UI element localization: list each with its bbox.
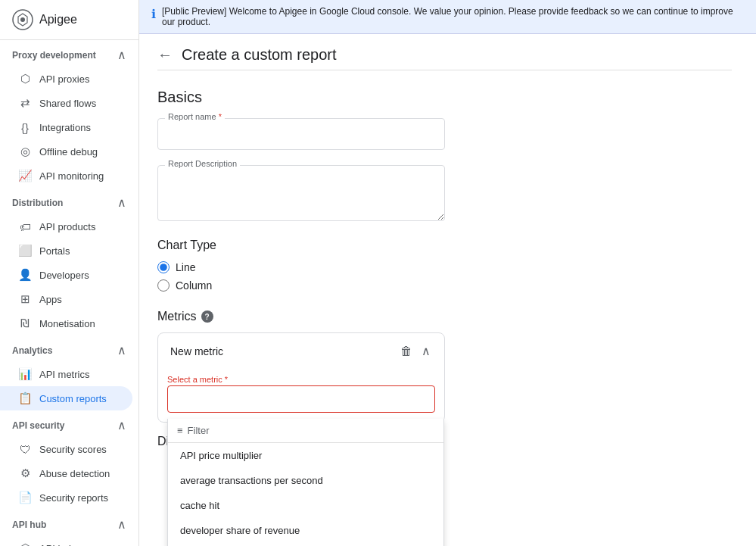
filter-label: Filter: [188, 425, 210, 436]
api-proxies-icon: ⬡: [18, 72, 32, 86]
apps-icon: ⊞: [18, 292, 32, 306]
sidebar-item-security-reports[interactable]: 📄 Security reports: [0, 485, 132, 510]
report-name-label: Report name: [165, 112, 225, 121]
sidebar-item-portals[interactable]: ⬜ Portals: [0, 239, 132, 263]
api-security-collapse[interactable]: ∧: [117, 418, 126, 432]
dropdown-list: API price multiplier average transaction…: [168, 443, 443, 546]
basics-heading: Basics: [157, 89, 732, 106]
custom-reports-icon: 📋: [18, 392, 32, 405]
proxy-development-section: Proxy development ∧: [0, 40, 138, 67]
sidebar-item-shared-flows[interactable]: ⇄ Shared flows: [0, 91, 132, 115]
metric-card-actions: 🗑 ∧: [399, 342, 432, 360]
select-metric-label: Select a metric *: [167, 375, 435, 384]
apigee-logo-icon: [12, 9, 33, 30]
basics-section: Basics Report name Report Description: [157, 89, 732, 223]
sidebar-item-integrations[interactable]: {} Integrations: [0, 115, 132, 139]
chart-line-radio[interactable]: [157, 261, 170, 273]
abuse-detection-icon: ⚙: [18, 466, 32, 480]
main-content: ℹ [Public Preview] Welcome to Apigee in …: [139, 0, 756, 546]
new-metric-card: New metric 🗑 ∧ Select a metric * ≡ Filte…: [157, 332, 445, 423]
sidebar-item-security-scores[interactable]: 🛡 Security scores: [0, 437, 132, 461]
security-scores-icon: 🛡: [18, 442, 32, 456]
select-metric-trigger[interactable]: [167, 385, 435, 413]
monetisation-icon: ₪: [18, 317, 32, 330]
report-description-field: Report Description: [157, 165, 732, 223]
metric-dropdown-panel: ≡ Filter API price multiplier average tr…: [167, 419, 444, 546]
page-header: ← Create a custom report: [157, 34, 732, 70]
metrics-heading: Metrics ?: [157, 310, 732, 323]
app-logo: Apigee: [0, 0, 138, 40]
developers-icon: 👤: [18, 268, 32, 282]
sidebar-item-apps[interactable]: ⊞ Apps: [0, 287, 132, 311]
metrics-section: Metrics ? New metric 🗑 ∧ Select a metric…: [157, 310, 732, 423]
api-security-items: 🛡 Security scores ⚙ Abuse detection 📄 Se…: [0, 437, 138, 510]
report-description-input[interactable]: [157, 165, 445, 221]
portals-icon: ⬜: [18, 244, 32, 257]
svg-point-1: [20, 17, 25, 22]
analytics-section: Analytics ∧: [0, 335, 138, 362]
sidebar-item-api-hub[interactable]: ⬡ API hub: [0, 536, 132, 546]
page-title: Create a custom report: [182, 46, 337, 64]
sidebar-item-offline-debug[interactable]: ◎ Offline debug: [0, 139, 132, 164]
distribution-items: 🏷 API products ⬜ Portals 👤 Developers ⊞ …: [0, 214, 138, 335]
new-metric-label: New metric: [170, 345, 223, 357]
shared-flows-icon: ⇄: [18, 96, 32, 110]
api-hub-collapse[interactable]: ∧: [117, 517, 126, 532]
chart-type-section: Chart Type Line Column: [157, 239, 732, 292]
distribution-section: Distribution ∧: [0, 188, 138, 214]
analytics-items: 📊 API metrics 📋 Custom reports: [0, 362, 138, 410]
sidebar-item-api-proxies[interactable]: ⬡ API proxies: [0, 67, 132, 91]
sidebar: Apigee Proxy development ∧ ⬡ API proxies…: [0, 0, 139, 546]
chart-type-radio-group: Line Column: [157, 261, 732, 292]
list-item[interactable]: fees: [168, 543, 443, 546]
list-item[interactable]: developer share of revenue: [168, 518, 443, 543]
banner-info-icon: ℹ: [151, 7, 156, 21]
sidebar-item-abuse-detection[interactable]: ⚙ Abuse detection: [0, 461, 132, 485]
list-item[interactable]: cache hit: [168, 493, 443, 518]
sidebar-item-api-metrics[interactable]: 📊 API metrics: [0, 362, 132, 386]
report-name-input[interactable]: [157, 118, 445, 150]
sidebar-item-developers[interactable]: 👤 Developers: [0, 263, 132, 287]
integrations-icon: {}: [18, 120, 32, 134]
list-item[interactable]: average transactions per second: [168, 468, 443, 493]
metrics-help-icon[interactable]: ?: [201, 310, 213, 323]
select-metric-wrapper: Select a metric * ≡ Filter API price mul…: [158, 369, 444, 422]
proxy-development-collapse[interactable]: ∧: [117, 48, 126, 62]
api-hub-icon: ⬡: [18, 541, 32, 546]
filter-row: ≡ Filter: [168, 419, 443, 443]
preview-banner: ℹ [Public Preview] Welcome to Apigee in …: [139, 0, 756, 34]
page-content: ← Create a custom report Basics Report n…: [139, 34, 756, 546]
filter-input[interactable]: [213, 425, 434, 436]
delete-metric-button[interactable]: 🗑: [399, 343, 414, 360]
report-name-field: Report name: [157, 118, 732, 150]
sidebar-item-api-monitoring[interactable]: 📈 API monitoring: [0, 164, 132, 188]
list-item[interactable]: API price multiplier: [168, 443, 443, 468]
chart-line-option[interactable]: Line: [157, 261, 732, 273]
api-metrics-icon: 📊: [18, 367, 32, 381]
sidebar-item-custom-reports[interactable]: 📋 Custom reports: [0, 386, 132, 410]
back-arrow-icon: ←: [157, 46, 173, 64]
offline-debug-icon: ◎: [18, 145, 32, 158]
filter-icon: ≡: [177, 425, 183, 436]
metric-card-header: New metric 🗑 ∧: [158, 333, 444, 369]
app-title: Apigee: [39, 13, 77, 27]
sidebar-item-monetisation[interactable]: ₪ Monetisation: [0, 311, 132, 335]
distribution-collapse[interactable]: ∧: [117, 195, 126, 210]
api-hub-section: API hub ∧: [0, 510, 138, 536]
api-hub-items: ⬡ API hub ⚙ API Hub Settings: [0, 536, 138, 546]
api-products-icon: 🏷: [18, 220, 32, 233]
report-description-label: Report Description: [165, 159, 240, 168]
chart-column-radio[interactable]: [157, 279, 170, 292]
sidebar-item-api-products[interactable]: 🏷 API products: [0, 214, 132, 239]
api-security-section: API security ∧: [0, 410, 138, 437]
back-button[interactable]: ←: [157, 46, 173, 64]
api-monitoring-icon: 📈: [18, 169, 32, 183]
proxy-development-items: ⬡ API proxies ⇄ Shared flows {} Integrat…: [0, 67, 138, 188]
collapse-metric-button[interactable]: ∧: [420, 342, 432, 360]
chart-column-option[interactable]: Column: [157, 279, 732, 292]
security-reports-icon: 📄: [18, 491, 32, 504]
analytics-collapse[interactable]: ∧: [117, 343, 126, 357]
chart-type-heading: Chart Type: [157, 239, 732, 252]
